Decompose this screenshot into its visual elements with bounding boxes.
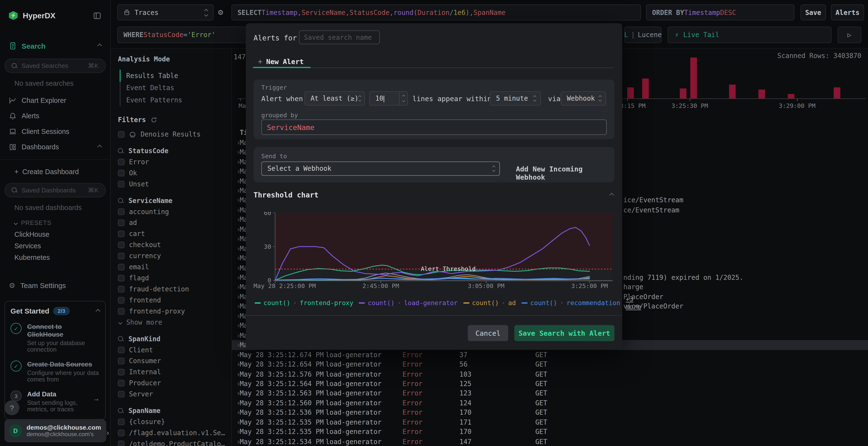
histogram-bar[interactable] <box>758 90 765 99</box>
filter-option[interactable]: Producer <box>118 379 231 387</box>
get-started-item[interactable]: 3Add DataStart sending logs, metrics, or… <box>10 390 100 413</box>
checkbox[interactable] <box>118 297 125 304</box>
table-row[interactable]: ›May 28 3:25:12.564 PMload-generatorErro… <box>232 379 868 388</box>
table-row[interactable]: ›May 28 3:25:12.563 PMload-generatorErro… <box>232 388 868 398</box>
save-button[interactable]: Save <box>801 4 826 21</box>
collapse-sidebar-icon[interactable] <box>93 11 101 20</box>
table-row[interactable]: ›May 28 3:25:12.535 PMload-generatorErro… <box>232 427 868 437</box>
filter-option[interactable]: /flagd.evaluation.v1.Se… <box>118 429 231 437</box>
checkbox[interactable] <box>118 275 125 281</box>
filter-group-title[interactable]: ServiceName <box>128 197 173 204</box>
filter-group-title[interactable]: SpanKind <box>128 335 161 343</box>
filter-option[interactable]: email <box>118 263 231 271</box>
filter-option[interactable]: ad <box>118 219 231 227</box>
histogram-bar[interactable] <box>690 58 697 99</box>
checkbox[interactable] <box>118 357 125 364</box>
select-query-input[interactable]: SELECT Timestamp,ServiceName,StatusCode,… <box>231 4 641 21</box>
source-select[interactable]: Traces <box>117 4 214 21</box>
channel-select[interactable]: Webhook <box>561 91 606 106</box>
filter-option[interactable]: Error <box>118 158 231 166</box>
histogram-bar[interactable] <box>834 88 840 99</box>
order-by-input[interactable]: ORDER BY Timestamp DESC <box>646 4 794 21</box>
saved-dashboards-input[interactable]: Saved Dashboards ⌘K <box>4 183 105 198</box>
legend-item-recommendation[interactable]: count()·recommendation <box>522 299 620 307</box>
threshold-count-input[interactable]: 10 <box>369 91 408 106</box>
legend-item-frontend-proxy[interactable]: count()·frontend-proxy <box>255 299 353 307</box>
refresh-icon[interactable] <box>151 116 157 123</box>
saved-search-name-input[interactable]: Saved search name <box>299 30 380 44</box>
checkbox[interactable] <box>118 181 125 187</box>
save-search-with-alert-button[interactable]: Save Search with Alert <box>514 325 615 341</box>
add-webhook-button[interactable]: Add New Incoming Webhook <box>516 165 615 181</box>
histogram-bar[interactable] <box>788 94 795 98</box>
filter-option[interactable]: Server <box>118 390 231 398</box>
query-language-toggle[interactable]: L | Lucene <box>624 27 661 43</box>
number-stepper[interactable] <box>399 92 407 105</box>
filter-option[interactable]: Client <box>118 346 231 354</box>
run-query-button[interactable]: ▷ <box>838 27 862 43</box>
filter-option[interactable]: flagd <box>118 274 231 282</box>
legend-item-load-generator[interactable]: count()·load-generator <box>359 299 458 307</box>
filter-option[interactable]: Consumer <box>118 357 231 365</box>
tab-new-alert[interactable]: + New Alert <box>258 58 304 66</box>
checkbox[interactable] <box>118 418 125 425</box>
preset-item-kubernetes[interactable]: Kubernetes <box>0 252 110 263</box>
histogram-bar[interactable] <box>680 89 686 98</box>
get-started-item[interactable]: ✓Connect to ClickHouseSet up your databa… <box>10 323 100 353</box>
preset-item-services[interactable]: Services <box>0 240 110 251</box>
checkbox[interactable] <box>118 242 125 248</box>
legend-more-button[interactable]: +3 more <box>626 295 641 311</box>
checkbox[interactable] <box>118 252 125 260</box>
live-tail-button[interactable]: ⚡ Live Tail <box>668 27 832 43</box>
sidebar-item-search[interactable]: Search <box>0 38 110 54</box>
filter-option[interactable]: Unset <box>118 180 231 188</box>
filter-option[interactable]: fraud-detection <box>118 285 231 293</box>
checkbox[interactable] <box>118 264 125 270</box>
query-settings-gear-icon[interactable]: ⚙ <box>218 7 223 17</box>
webhook-select[interactable]: Select a Webhook <box>261 161 500 176</box>
checkbox[interactable] <box>118 159 125 166</box>
histogram-bar[interactable] <box>642 78 649 99</box>
checkbox[interactable] <box>118 308 125 315</box>
help-button[interactable]: ? <box>4 400 19 415</box>
checkbox[interactable] <box>118 131 125 138</box>
table-row[interactable]: ›May 28 3:25:12.535 PMload-generatorErro… <box>232 418 868 427</box>
sidebar-item-dashboards[interactable]: Dashboards <box>0 139 110 155</box>
table-row[interactable]: ›May 28 3:25:12.674 PMload-generatorErro… <box>232 350 868 359</box>
analysis-mode-event-deltas[interactable]: Event Deltas <box>121 82 231 94</box>
histogram-bar[interactable] <box>729 84 736 98</box>
grouped-by-input[interactable]: ServiceName <box>261 119 607 135</box>
histogram-bar[interactable] <box>627 88 634 99</box>
checkbox[interactable] <box>118 286 125 293</box>
filter-option[interactable]: currency <box>118 252 231 260</box>
filter-option[interactable]: /oteldemo.ProductCatalo… <box>118 440 231 446</box>
alerts-button[interactable]: Alerts <box>831 4 864 21</box>
table-row[interactable]: ›May 28 3:25:12.576 PMload-generatorErro… <box>232 369 868 379</box>
sidebar-item-client-sessions[interactable]: Client Sessions <box>0 124 110 139</box>
filter-option[interactable]: Ok <box>118 169 231 177</box>
checkbox[interactable] <box>118 347 125 353</box>
filter-option[interactable]: accounting <box>118 208 231 215</box>
show-more-button[interactable]: Show more <box>126 318 162 326</box>
sidebar-item-chart-explorer[interactable]: Chart Explorer <box>0 93 110 108</box>
filter-option[interactable]: frontend <box>118 297 231 304</box>
preset-item-clickhouse[interactable]: ClickHouse <box>0 228 110 240</box>
checkbox[interactable] <box>118 170 125 176</box>
filter-group-title[interactable]: SpanName <box>128 407 161 415</box>
filter-option[interactable]: Internal <box>118 368 231 376</box>
table-row[interactable]: ›May 28 3:25:12.534 PMload-generatorErro… <box>232 437 868 446</box>
sql-toggle-label[interactable]: L <box>624 31 628 39</box>
filter-option[interactable]: cart <box>118 230 231 238</box>
create-dashboard-button[interactable]: + Create Dashboard <box>0 165 110 178</box>
get-started-item[interactable]: ✓Create Data SourcesConfigure where your… <box>10 361 100 383</box>
cancel-button[interactable]: Cancel <box>468 325 508 341</box>
user-menu[interactable]: D demos@clickhouse.com demos@clickhouse.… <box>4 419 106 442</box>
condition-select[interactable]: At least (≥) <box>305 91 365 106</box>
filter-option[interactable]: {closure} <box>118 418 231 426</box>
checkbox[interactable] <box>118 209 125 215</box>
sidebar-item-alerts[interactable]: Alerts <box>0 108 110 124</box>
denoise-checkbox-row[interactable]: Denoise Results <box>118 131 231 138</box>
legend-item-ad[interactable]: count()·ad <box>463 299 516 307</box>
time-window-select[interactable]: 5 minute <box>490 91 541 106</box>
analysis-mode-results-table[interactable]: Results Table <box>120 70 231 82</box>
